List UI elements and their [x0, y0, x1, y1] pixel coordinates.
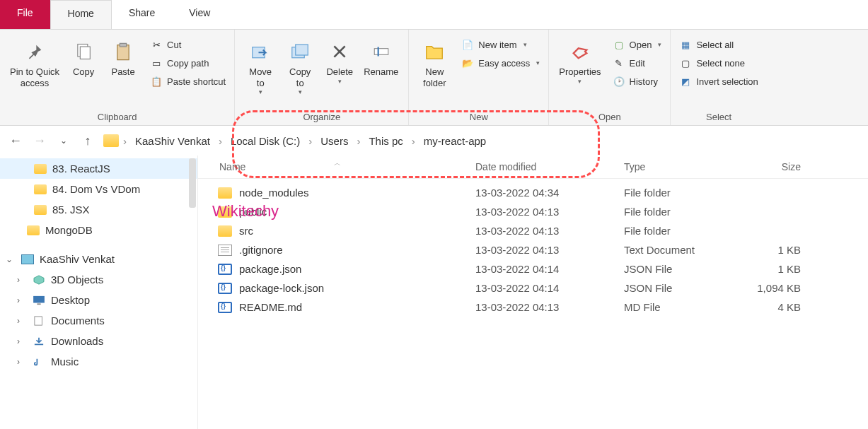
file-type: File folder	[624, 225, 744, 237]
chevron-right-icon[interactable]: ›	[17, 275, 27, 285]
json-icon	[218, 283, 232, 294]
forward-button[interactable]: →	[31, 132, 48, 149]
copy-path-button[interactable]: ▭Copy path	[147, 55, 228, 71]
file-type: Text Document	[624, 244, 744, 256]
crumb-4[interactable]: my-react-app	[419, 132, 490, 150]
easy-access-button[interactable]: 📂Easy access▾	[458, 55, 543, 71]
edit-button[interactable]: ✎Edit	[610, 55, 665, 71]
pin-to-quick-access-button[interactable]: Pin to Quick access	[6, 37, 64, 91]
chevron-down-icon: ▾	[658, 41, 661, 48]
chevron-right-icon: ›	[412, 135, 415, 147]
file-date: 13-03-2022 04:13	[475, 301, 624, 313]
chevron-right-icon[interactable]: ›	[17, 316, 27, 326]
paste-icon	[111, 40, 135, 64]
table-row[interactable]: package-lock.json13-03-2022 04:14JSON Fi…	[198, 278, 868, 298]
folder-icon	[218, 225, 232, 237]
new-item-button[interactable]: 📄New item▾	[458, 37, 543, 52]
invert-selection-button[interactable]: ◩Invert selection	[676, 74, 760, 89]
open-button[interactable]: ▢Open▾	[610, 37, 665, 52]
column-header-date[interactable]: Date modified	[475, 161, 624, 172]
folder-icon	[27, 225, 40, 235]
file-type: File folder	[624, 187, 744, 199]
folder-icon	[34, 205, 47, 215]
sidebar[interactable]: 83. ReactJS 84. Dom Vs VDom 85. JSX Mong…	[0, 155, 198, 429]
json-icon	[218, 302, 232, 313]
select-none-button[interactable]: ▢Select none	[676, 55, 760, 71]
file-date: 13-03-2022 04:13	[475, 244, 624, 256]
copy-path-icon: ▭	[150, 57, 163, 69]
breadcrumb[interactable]: › KaaShiv Venkat › Local Disk (C:) › Use…	[103, 132, 861, 150]
rename-icon	[369, 40, 393, 64]
crumb-2[interactable]: Users	[316, 132, 352, 150]
json-icon	[218, 264, 232, 275]
file-date: 13-03-2022 04:14	[475, 263, 624, 275]
sidebar-item-this-pc[interactable]: ⌄KaaShiv Venkat	[0, 249, 197, 269]
sidebar-item-reactjs[interactable]: 83. ReactJS	[0, 158, 197, 179]
tab-view[interactable]: View	[172, 0, 227, 29]
file-size: 4 KB	[744, 301, 815, 313]
new-folder-button[interactable]: New folder	[415, 37, 454, 91]
table-row[interactable]: src13-03-2022 04:13File folder	[198, 221, 868, 240]
svg-rect-3	[120, 43, 126, 47]
chevron-right-icon[interactable]: ›	[17, 336, 27, 346]
pc-icon	[21, 254, 34, 264]
column-header-size[interactable]: Size	[744, 161, 815, 172]
table-row[interactable]: node_modules13-03-2022 04:34File folder	[198, 183, 868, 202]
chevron-down-icon[interactable]: ⌄	[6, 254, 16, 264]
up-button[interactable]: ↑	[79, 132, 96, 149]
crumb-1[interactable]: Local Disk (C:)	[226, 132, 304, 150]
chevron-right-icon[interactable]: ›	[17, 357, 27, 367]
recent-locations-button[interactable]: ⌄	[55, 132, 72, 149]
select-all-button[interactable]: ▦Select all	[676, 37, 760, 52]
ribbon-group-new: New folder 📄New item▾ 📂Easy access▾ New	[409, 30, 549, 125]
group-label-new: New	[415, 112, 543, 125]
column-header-name[interactable]: Name︿	[207, 161, 475, 172]
tab-file[interactable]: File	[0, 0, 50, 29]
cut-button[interactable]: ✂Cut	[147, 37, 228, 52]
file-list-pane: Name︿ Date modified Type Size node_modul…	[198, 155, 868, 429]
chevron-down-icon: ▾	[536, 59, 540, 66]
sidebar-item-dom-vs-vdom[interactable]: 84. Dom Vs VDom	[0, 179, 197, 199]
table-row[interactable]: .gitignore13-03-2022 04:13Text Document1…	[198, 240, 868, 259]
copy-to-icon	[288, 40, 312, 64]
table-row[interactable]: README.md13-03-2022 04:13MD File4 KB	[198, 298, 868, 317]
copy-button[interactable]: Copy	[64, 37, 103, 81]
sidebar-item-3d-objects[interactable]: ›3D Objects	[0, 269, 197, 290]
properties-button[interactable]: Properties ▾	[555, 37, 605, 88]
back-button[interactable]: ←	[7, 132, 24, 149]
sidebar-item-jsx[interactable]: 85. JSX	[0, 199, 197, 220]
paste-button[interactable]: Paste	[103, 37, 143, 81]
sidebar-item-documents[interactable]: ›Documents	[0, 310, 197, 331]
scrollbar-thumb[interactable]	[189, 158, 196, 208]
move-to-button[interactable]: Move to ▾	[241, 37, 280, 98]
file-type: File folder	[624, 206, 744, 218]
delete-button[interactable]: Delete ▾	[320, 37, 359, 88]
crumb-0[interactable]: KaaShiv Venkat	[131, 132, 214, 150]
file-size: 1,094 KB	[744, 282, 815, 294]
breadcrumb-folder-icon	[103, 134, 119, 147]
chevron-right-icon[interactable]: ›	[17, 295, 27, 305]
ribbon-group-clipboard: Pin to Quick access Copy Paste ✂Cut ▭Cop…	[0, 30, 235, 125]
chevron-down-icon: ▾	[299, 88, 302, 95]
table-row[interactable]: public13-03-2022 04:13File folder	[198, 202, 868, 221]
paste-shortcut-button[interactable]: 📋Paste shortcut	[147, 74, 228, 89]
tab-share[interactable]: Share	[112, 0, 172, 29]
history-button[interactable]: 🕑History	[610, 74, 665, 89]
crumb-3[interactable]: This pc	[364, 132, 407, 150]
file-name: package-lock.json	[239, 282, 324, 294]
file-name: node_modules	[239, 187, 308, 199]
file-type: JSON File	[624, 263, 744, 275]
copy-to-button[interactable]: Copy to ▾	[280, 37, 320, 98]
group-label-organize: Organize	[241, 112, 403, 125]
file-name: src	[239, 225, 253, 237]
sidebar-item-mongodb[interactable]: MongoDB	[0, 220, 197, 240]
sidebar-item-music[interactable]: ›Music	[0, 351, 197, 372]
open-icon: ▢	[613, 38, 625, 51]
rename-button[interactable]: Rename	[359, 37, 403, 81]
table-row[interactable]: package.json13-03-2022 04:14JSON File1 K…	[198, 259, 868, 278]
cube-icon	[33, 275, 45, 285]
tab-home[interactable]: Home	[50, 0, 112, 29]
column-header-type[interactable]: Type	[624, 161, 744, 172]
sidebar-item-downloads[interactable]: ›Downloads	[0, 331, 197, 351]
sidebar-item-desktop[interactable]: ›Desktop	[0, 290, 197, 310]
